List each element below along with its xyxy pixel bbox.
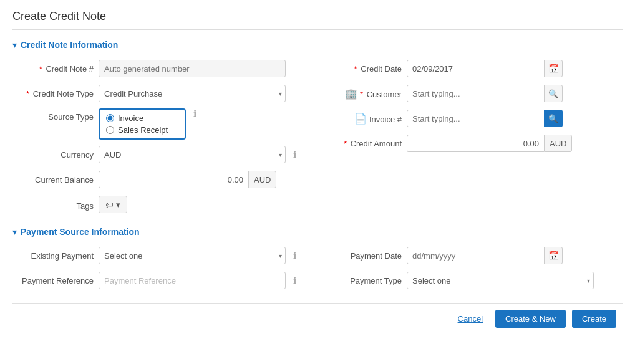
tags-button[interactable]: 🏷 ▾ bbox=[99, 196, 127, 213]
invoice-number-search-btn[interactable]: 🔍 bbox=[544, 110, 563, 127]
payment-date-input[interactable] bbox=[407, 247, 544, 264]
left-column: * Credit Note # * Credit Note Type Credi… bbox=[19, 59, 314, 214]
source-type-invoice[interactable]: Invoice bbox=[106, 113, 178, 123]
required-star4: * bbox=[360, 90, 363, 99]
credit-amount-row: * Credit Amount AUD bbox=[327, 133, 623, 153]
customer-label: 🏢 * Customer bbox=[327, 88, 402, 100]
payment-right-col: Payment Date 📅 Payment Type Select one bbox=[327, 246, 623, 290]
source-type-invoice-radio[interactable] bbox=[106, 114, 114, 122]
existing-payment-info-icon[interactable]: ℹ bbox=[293, 251, 296, 261]
customer-input[interactable] bbox=[407, 85, 544, 102]
currency-select[interactable]: AUD USD EUR bbox=[99, 146, 286, 163]
current-balance-row: Current Balance AUD bbox=[19, 170, 314, 189]
credit-note-section: ▾ Credit Note Information * Credit Note … bbox=[12, 40, 623, 214]
existing-payment-row: Existing Payment Select one ▾ ℹ bbox=[19, 246, 314, 266]
payment-date-label: Payment Date bbox=[327, 251, 402, 261]
credit-date-label: * Credit Date bbox=[327, 64, 402, 74]
payment-type-select[interactable]: Select one bbox=[407, 272, 594, 289]
payment-left-col: Existing Payment Select one ▾ ℹ Payment … bbox=[19, 246, 314, 290]
credit-date-row: * Credit Date 📅 bbox=[327, 59, 623, 79]
right-column: * Credit Date 📅 🏢 * Custo bbox=[327, 59, 623, 214]
payment-source-form: Existing Payment Select one ▾ ℹ Payment … bbox=[12, 246, 623, 290]
source-type-container: Invoice Sales Receipt bbox=[99, 108, 186, 140]
create-button[interactable]: Create bbox=[572, 310, 616, 328]
credit-amount-input[interactable] bbox=[407, 135, 544, 152]
currency-wrapper: AUD USD EUR ▾ bbox=[99, 146, 286, 163]
invoice-section-icon: 📄 bbox=[354, 113, 367, 124]
payment-calendar-icon: 📅 bbox=[548, 251, 559, 261]
credit-amount-label: * Credit Amount bbox=[327, 139, 402, 148]
payment-type-label: Payment Type bbox=[327, 276, 402, 285]
credit-note-section-title: Credit Note Information bbox=[21, 40, 118, 50]
credit-note-number-input[interactable] bbox=[99, 60, 286, 77]
required-star5: * bbox=[344, 139, 347, 148]
credit-note-number-row: * Credit Note # bbox=[19, 59, 314, 79]
calendar-icon: 📅 bbox=[548, 64, 559, 74]
currency-info-icon[interactable]: ℹ bbox=[293, 150, 296, 160]
invoice-search-icon: 🔍 bbox=[548, 114, 558, 123]
tags-row: Tags 🏷 ▾ bbox=[19, 194, 314, 214]
invoice-number-group: 🔍 bbox=[407, 110, 563, 127]
customer-group: 🔍 bbox=[407, 85, 563, 102]
credit-note-number-label: * Credit Note # bbox=[19, 64, 94, 74]
customer-search-icon: 🔍 bbox=[548, 89, 558, 98]
source-type-sales-receipt[interactable]: Sales Receipt bbox=[106, 125, 178, 135]
source-type-row: Source Type Invoice Sales Receipt ℹ bbox=[19, 108, 314, 140]
existing-payment-label: Existing Payment bbox=[19, 251, 94, 261]
source-type-sales-label: Sales Receipt bbox=[118, 125, 168, 135]
currency-label: Currency bbox=[19, 150, 94, 160]
tags-dropdown-arrow: ▾ bbox=[116, 200, 120, 209]
payment-type-row: Payment Type Select one ▾ bbox=[327, 271, 623, 290]
current-balance-suffix: AUD bbox=[248, 171, 276, 188]
tags-label: Tags bbox=[19, 199, 94, 211]
current-balance-group: AUD bbox=[99, 171, 276, 188]
source-type-label: Source Type bbox=[19, 108, 94, 122]
required-star3: * bbox=[354, 64, 357, 74]
payment-date-calendar-btn[interactable]: 📅 bbox=[544, 247, 563, 264]
source-type-info-icon[interactable]: ℹ bbox=[193, 108, 196, 118]
currency-row: Currency AUD USD EUR ▾ ℹ bbox=[19, 145, 314, 165]
payment-reference-label: Payment Reference bbox=[19, 276, 94, 285]
create-new-button[interactable]: Create & New bbox=[495, 310, 566, 328]
customer-search-btn[interactable]: 🔍 bbox=[544, 85, 563, 102]
existing-payment-select[interactable]: Select one bbox=[99, 247, 286, 264]
customer-row: 🏢 * Customer 🔍 bbox=[327, 84, 623, 103]
existing-payment-wrapper: Select one ▾ bbox=[99, 247, 286, 264]
credit-amount-suffix: AUD bbox=[544, 135, 572, 152]
credit-note-chevron[interactable]: ▾ bbox=[12, 40, 17, 50]
credit-date-calendar-btn[interactable]: 📅 bbox=[544, 60, 563, 77]
payment-source-section: ▾ Payment Source Information Existing Pa… bbox=[12, 227, 623, 290]
payment-source-header: ▾ Payment Source Information bbox=[12, 227, 623, 237]
payment-date-group: 📅 bbox=[407, 247, 563, 264]
credit-note-type-select[interactable]: Credit Purchase Credit Memo bbox=[99, 85, 286, 102]
footer-actions: Cancel Create & New Create bbox=[12, 303, 623, 332]
credit-note-type-label: * Credit Note Type bbox=[19, 89, 94, 98]
payment-reference-row: Payment Reference ℹ bbox=[19, 271, 314, 290]
payment-source-title: Payment Source Information bbox=[21, 227, 140, 237]
credit-note-form: * Credit Note # * Credit Note Type Credi… bbox=[12, 59, 623, 214]
credit-note-type-wrapper: Credit Purchase Credit Memo ▾ bbox=[99, 85, 286, 102]
payment-date-row: Payment Date 📅 bbox=[327, 246, 623, 266]
customer-section-icon: 🏢 bbox=[345, 89, 357, 99]
source-type-invoice-label: Invoice bbox=[118, 113, 143, 123]
credit-note-type-row: * Credit Note Type Credit Purchase Credi… bbox=[19, 84, 314, 103]
page-title: Create Credit Note bbox=[12, 10, 623, 30]
payment-reference-info-icon[interactable]: ℹ bbox=[293, 275, 296, 285]
credit-date-group: 📅 bbox=[407, 60, 563, 77]
tag-icon: 🏷 bbox=[105, 200, 114, 209]
credit-amount-group: AUD bbox=[407, 135, 572, 152]
payment-reference-input[interactable] bbox=[99, 272, 286, 289]
required-star: * bbox=[39, 64, 42, 74]
current-balance-label: Current Balance bbox=[19, 175, 94, 184]
payment-type-wrapper: Select one ▾ bbox=[407, 272, 594, 289]
current-balance-input[interactable] bbox=[99, 171, 248, 188]
credit-note-section-header: ▾ Credit Note Information bbox=[12, 40, 623, 50]
invoice-number-row: 📄 Invoice # 🔍 bbox=[327, 108, 623, 128]
cancel-button[interactable]: Cancel bbox=[452, 310, 489, 327]
invoice-number-label: 📄 Invoice # bbox=[327, 113, 402, 125]
invoice-number-input[interactable] bbox=[407, 110, 544, 127]
required-star2: * bbox=[26, 89, 29, 98]
source-type-sales-radio[interactable] bbox=[106, 126, 114, 134]
credit-date-input[interactable] bbox=[407, 60, 544, 77]
payment-source-chevron[interactable]: ▾ bbox=[12, 227, 17, 237]
